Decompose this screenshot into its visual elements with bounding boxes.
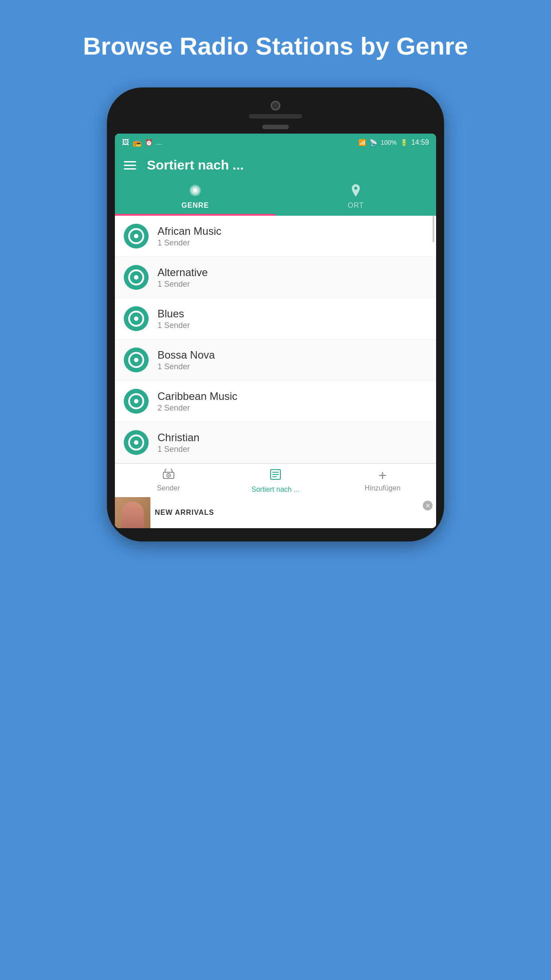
phone-screen: 🖼 📻 ⏰ ... 📶 📡 100% 🔋 14:59 Sortiert nach… (115, 134, 436, 528)
dots-status: ... (156, 138, 162, 146)
genre-list: African Music 1 Sender Alternative 1 Sen… (115, 216, 436, 463)
nav-item-hinzufuegen[interactable]: + Hinzufügen (329, 468, 436, 494)
genre-name-african-music: African Music (157, 225, 221, 237)
genre-item-caribbean-music[interactable]: Caribbean Music 2 Sender (115, 381, 436, 422)
phone-home-sensor (262, 125, 289, 129)
sortiert-nav-label: Sortiert nach ... (252, 486, 300, 494)
genre-text-christian: Christian 1 Sender (157, 431, 200, 454)
genre-count-bossa-nova: 1 Sender (157, 362, 215, 371)
genre-count-christian: 1 Sender (157, 445, 200, 454)
app-bar: Sortiert nach ... (115, 151, 436, 179)
genre-text-blues: Blues 1 Sender (157, 308, 190, 330)
svg-point-6 (168, 475, 169, 476)
battery-icon: 🔋 (400, 139, 408, 146)
hamburger-line-1 (124, 161, 136, 162)
ad-banner[interactable]: NEW ARRIVALS ✕ (115, 497, 436, 528)
clock: 14:59 (411, 138, 429, 146)
genre-item-african-music[interactable]: African Music 1 Sender (115, 216, 436, 257)
phone-speaker (249, 114, 302, 119)
genre-count-alternative: 1 Sender (157, 280, 208, 289)
genre-name-alternative: Alternative (157, 266, 208, 279)
genre-item-christian[interactable]: Christian 1 Sender (115, 422, 436, 463)
vinyl-disc-icon (128, 269, 144, 285)
hinzufuegen-nav-label: Hinzufügen (365, 484, 401, 492)
genre-icon-bossa-nova (124, 348, 149, 372)
genre-tab-icon (189, 184, 201, 200)
bottom-nav: Sender Sortiert nach ... + Hinzufügen (115, 463, 436, 497)
wifi-icon: 📶 (358, 139, 366, 146)
tab-ort[interactable]: ORT (276, 179, 436, 216)
genre-text-alternative: Alternative 1 Sender (157, 266, 208, 289)
svg-point-3 (194, 190, 196, 191)
app-bar-title: Sortiert nach ... (147, 158, 244, 173)
genre-text-bossa-nova: Bossa Nova 1 Sender (157, 349, 215, 371)
ad-content: NEW ARRIVALS (115, 497, 436, 528)
status-left-icons: 🖼 📻 ⏰ ... (122, 138, 162, 147)
hinzufuegen-nav-icon: + (378, 468, 387, 482)
battery-percent: 100% (381, 139, 397, 146)
phone-top-hardware (115, 101, 436, 129)
genre-count-blues: 1 Sender (157, 321, 190, 330)
hamburger-menu-button[interactable] (124, 161, 136, 170)
genre-count-caribbean-music: 2 Sender (157, 403, 237, 413)
tab-genre-label: GENRE (181, 202, 209, 209)
signal-icon: 📡 (370, 139, 377, 146)
hamburger-line-3 (124, 168, 136, 170)
nav-item-sender[interactable]: Sender (115, 468, 222, 494)
radio-status-icon: 📻 (133, 138, 142, 147)
tabs-bar: GENRE ORT (115, 179, 436, 216)
vinyl-disc-icon (128, 228, 144, 244)
alarm-status-icon: ⏰ (145, 139, 153, 146)
vinyl-disc-icon (128, 393, 144, 409)
phone-camera (271, 101, 280, 111)
genre-name-caribbean-music: Caribbean Music (157, 390, 237, 403)
genre-icon-blues (124, 306, 149, 331)
genre-item-alternative[interactable]: Alternative 1 Sender (115, 257, 436, 298)
image-status-icon: 🖼 (122, 138, 129, 146)
genre-icon-african-music (124, 224, 149, 249)
sender-nav-label: Sender (157, 484, 180, 492)
genre-icon-christian (124, 430, 149, 455)
tab-genre[interactable]: GENRE (115, 179, 276, 216)
genre-icon-alternative (124, 265, 149, 290)
genre-count-african-music: 1 Sender (157, 238, 221, 248)
status-bar: 🖼 📻 ⏰ ... 📶 📡 100% 🔋 14:59 (115, 134, 436, 151)
vinyl-disc-icon (128, 311, 144, 327)
ad-image (115, 497, 150, 528)
genre-item-blues[interactable]: Blues 1 Sender (115, 298, 436, 340)
genre-text-african-music: African Music 1 Sender (157, 225, 221, 248)
sortiert-nav-icon (269, 468, 282, 484)
page-background-title: Browse Radio Stations by Genre (56, 31, 495, 61)
genre-icon-caribbean-music (124, 389, 149, 414)
scrollbar[interactable] (433, 216, 434, 242)
status-right-info: 📶 📡 100% 🔋 14:59 (358, 138, 429, 146)
genre-name-bossa-nova: Bossa Nova (157, 349, 215, 361)
phone-frame: 🖼 📻 ⏰ ... 📶 📡 100% 🔋 14:59 Sortiert nach… (107, 87, 444, 541)
ort-tab-icon (351, 184, 361, 200)
genre-name-christian: Christian (157, 431, 200, 444)
ad-text-area: NEW ARRIVALS (150, 497, 436, 528)
sender-nav-icon (162, 468, 175, 482)
hamburger-line-2 (124, 165, 136, 166)
vinyl-disc-icon (128, 352, 144, 368)
tab-ort-label: ORT (348, 202, 364, 209)
ad-new-arrivals-text: NEW ARRIVALS (155, 509, 214, 517)
vinyl-disc-icon (128, 435, 144, 450)
nav-item-sortiert[interactable]: Sortiert nach ... (222, 468, 329, 494)
genre-name-blues: Blues (157, 308, 190, 320)
genre-text-caribbean-music: Caribbean Music 2 Sender (157, 390, 237, 413)
genre-item-bossa-nova[interactable]: Bossa Nova 1 Sender (115, 340, 436, 381)
